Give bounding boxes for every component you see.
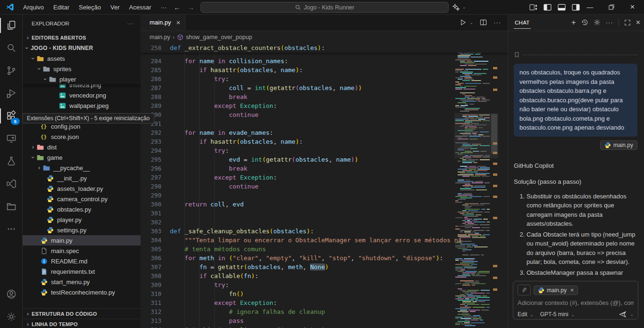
close-panel-icon[interactable]: ×	[636, 18, 640, 27]
chevron-down-icon[interactable]: ›	[30, 55, 36, 62]
activity-explorer-icon[interactable]	[0, 14, 22, 37]
send-icon[interactable]	[619, 311, 627, 318]
activity-project-folder-icon[interactable]	[0, 195, 22, 218]
sidebar-section-timeline[interactable]: ›LINHA DO TEMPO	[22, 319, 141, 328]
chat-input-placeholder[interactable]: Adicionar contexto (#), extensões (@), c…	[518, 299, 634, 306]
input-attachment-chip[interactable]: main.py ×	[534, 286, 578, 295]
activity-settings-gear-icon[interactable]	[0, 305, 22, 328]
message-attachment-chip[interactable]: main.py	[600, 140, 637, 150]
menu-item-seleção[interactable]: Seleção	[75, 2, 105, 12]
scrollbar-thumb[interactable]	[491, 114, 497, 154]
chevron-right-icon[interactable]: ›	[35, 164, 43, 171]
tree-item-readme.md[interactable]: README.md	[22, 256, 141, 266]
copilot-titlebar-button[interactable]: ⌄	[452, 0, 466, 14]
tree-item-main.spec[interactable]: main.spec	[22, 246, 141, 256]
menu-item-acessar[interactable]: Acessar	[125, 2, 156, 12]
sticky-scroll-line[interactable]: 258def _extract_obstacle_counters(obstac…	[141, 43, 508, 53]
code-line: 297 except Exception:	[141, 173, 508, 182]
split-editor-icon[interactable]	[480, 19, 487, 26]
tree-item-camera_control.py[interactable]: camera_control.py	[22, 194, 141, 204]
minimize-button[interactable]: —	[579, 0, 601, 14]
tree-item-settings.py[interactable]: settings.py	[22, 225, 141, 235]
nav-forward-icon[interactable]: →	[187, 3, 194, 11]
activity-vs-account-ext-icon[interactable]	[0, 172, 22, 195]
maximize-panel-icon[interactable]	[624, 19, 631, 26]
tree-item-start_menu.py[interactable]: start_menu.py	[22, 277, 141, 287]
tree-item-requeriments.txt[interactable]: requeriments.txt	[22, 266, 141, 277]
minimap[interactable]	[454, 43, 491, 328]
toggle-panel-icon[interactable]	[558, 4, 566, 11]
tree-item-assets[interactable]: ›assets	[22, 53, 141, 64]
tree-item-wallpaper.jpeg[interactable]: wallpaper.jpeg	[22, 100, 141, 111]
activity-extensions-icon[interactable]: 5	[0, 105, 22, 127]
tree-item-assets_loader.py[interactable]: assets_loader.py	[22, 183, 141, 194]
layout-controls	[529, 0, 580, 14]
remove-attachment-icon[interactable]: ×	[570, 287, 574, 294]
chevron-right-icon[interactable]: ›	[29, 144, 37, 150]
chevron-down-icon[interactable]: ›	[30, 154, 36, 161]
tree-item-score.json[interactable]: {}score.json	[22, 131, 141, 142]
menu-item-arquivo[interactable]: Arquivo	[19, 2, 48, 12]
sidebar-section-outline[interactable]: ›ESTRUTURA DO CÓDIGO	[22, 308, 141, 319]
tree-item-testreconhecimento.py[interactable]: testReconhecimento.py	[22, 287, 141, 297]
tree-item-player.py[interactable]: player.py	[22, 214, 141, 225]
tab-chat[interactable]: CHAT	[514, 16, 531, 29]
command-center-search[interactable]: Jogo - Kids Runner	[201, 2, 449, 13]
restore-button[interactable]	[601, 0, 622, 14]
tree-item-obstacles.py[interactable]: obstacles.py	[22, 204, 141, 214]
breadcrumb[interactable]: main.py › show_game_over_popup	[141, 31, 508, 43]
menu-item-ver[interactable]: Ver	[106, 2, 124, 12]
tree-item-sprites[interactable]: ›sprites	[22, 64, 141, 74]
tree-item-__init__.py[interactable]: __init__.py	[22, 173, 141, 183]
toggle-secondary-sidebar-icon[interactable]	[572, 4, 580, 11]
close-tab-icon[interactable]: ×	[176, 18, 181, 26]
breadcrumb-file[interactable]: main.py	[150, 34, 170, 41]
code-line: 288 break	[141, 92, 508, 101]
tree-item-game[interactable]: ›game	[22, 152, 141, 163]
activity-run-debug-icon[interactable]	[0, 82, 22, 105]
customize-layout-icon[interactable]	[529, 4, 537, 11]
chevron-down-icon[interactable]: ›	[42, 75, 49, 83]
settings-gear-icon[interactable]	[594, 19, 601, 26]
history-icon[interactable]	[581, 19, 588, 26]
breadcrumb-symbol[interactable]: show_game_over_popup	[186, 34, 252, 41]
open-editors-section[interactable]: › EDITORES ABERTOS	[22, 33, 141, 43]
tree-item-main.py[interactable]: main.py	[22, 235, 141, 246]
tree-item-vencedor.png[interactable]: vencedor.png	[22, 90, 141, 100]
activity-account-icon[interactable]	[0, 283, 22, 305]
tree-item-label: vencedor.png	[69, 92, 106, 99]
activity-more-icon[interactable]	[0, 218, 22, 240]
new-chat-icon[interactable]: +	[571, 18, 576, 27]
bookmark-icon[interactable]	[514, 52, 520, 58]
tree-item-label: requeriments.txt	[51, 268, 95, 275]
explorer-more-actions-icon[interactable]: ···	[127, 21, 134, 26]
tab-main-py[interactable]: main.py ×	[141, 14, 185, 31]
activity-remote-explorer-icon[interactable]	[0, 127, 22, 150]
toggle-sidebar-icon[interactable]	[544, 4, 552, 11]
editor-more-actions-icon[interactable]: ···	[493, 19, 501, 26]
close-window-button[interactable]: ×	[622, 0, 643, 14]
model-selector[interactable]: GPT-5 mini ⌄	[540, 311, 575, 318]
tree-item-player[interactable]: ›player	[22, 74, 141, 84]
chevron-down-icon[interactable]: ›	[36, 65, 42, 73]
menu-item-more[interactable]: ···	[157, 2, 171, 12]
tree-item-dist[interactable]: ›dist	[22, 142, 141, 152]
nav-back-icon[interactable]: ←	[174, 3, 181, 11]
chevron-right-icon: ›	[173, 34, 175, 41]
tree-item-label: main.py	[51, 237, 73, 244]
line-number: 306	[141, 254, 161, 262]
chat-more-actions-icon[interactable]: ···	[606, 19, 613, 26]
chevron-down-icon[interactable]: ›	[24, 44, 30, 52]
chat-mode-selector[interactable]: Edit ⌄	[518, 311, 534, 318]
activity-source-control-icon[interactable]	[0, 59, 22, 82]
attach-context-button[interactable]	[518, 285, 531, 295]
image-file-icon	[59, 102, 67, 109]
code-editor[interactable]: 258def _extract_obstacle_counters(obstac…	[141, 43, 508, 328]
chat-input-box[interactable]: main.py × Adicionar contexto (#), extens…	[513, 281, 638, 320]
activity-search-icon[interactable]	[0, 37, 22, 59]
run-python-file-button[interactable]: ⌄	[460, 19, 473, 26]
tree-item-jogo---kids-runner[interactable]: ›JOGO - KIDS RUNNER	[22, 43, 141, 53]
tree-item-__pycache__[interactable]: ›__pycache__	[22, 163, 141, 173]
menu-item-editar[interactable]: Editar	[49, 2, 74, 12]
activity-testing-icon[interactable]	[0, 150, 22, 172]
